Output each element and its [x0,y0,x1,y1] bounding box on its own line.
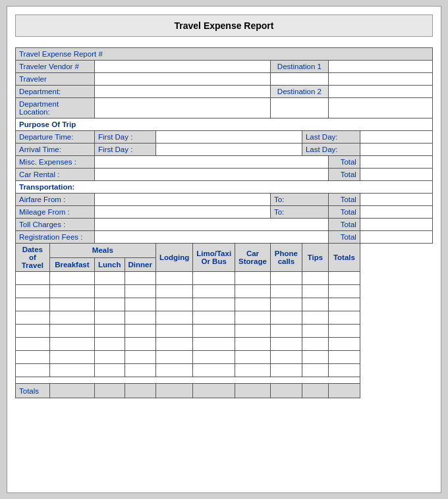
car-rental-row: Car Rental : Total [16,169,433,181]
airfare-row: Airfare From : To: Total [16,194,433,206]
purpose-row: Purpose Of Trip [16,118,433,131]
transportation-label: Transportation: [16,181,433,194]
expense-table: Travel Expense Report # Traveler Vendor … [15,47,433,398]
destination1-label: Destination 1 [270,61,328,73]
toll-row: Toll Charges : Total [16,219,433,231]
table-row [16,285,433,298]
airfare-total-value[interactable] [360,194,432,206]
destination2-extra [270,98,328,118]
lodging-header: Lodging [155,244,192,272]
car-total-label: Total [328,169,360,181]
report-num-row: Travel Expense Report # [16,48,433,61]
totals-header: Totals [328,244,360,272]
traveler-value[interactable] [95,73,271,86]
traveler-label: Traveler [16,73,95,86]
toll-total-value[interactable] [360,219,432,231]
departure-row: Departure Time: First Day : Last Day: [16,131,433,144]
lunch-header: Lunch [95,257,125,272]
misc-expenses-label: Misc. Expenses : [16,156,95,169]
department-row: Department: Destination 2 [16,86,433,98]
toll-label: Toll Charges : [16,219,95,231]
car-rental-value[interactable] [95,169,329,181]
arrival-row: Arrival Time: First Day : Last Day: [16,144,433,156]
table-row [16,364,433,377]
mileage-total-label: Total [328,206,360,219]
totals-row-label: Totals [16,384,50,398]
totals-row: Totals [16,384,433,398]
breakfast-header: Breakfast [49,257,94,272]
car-total-value[interactable] [360,169,432,181]
misc-expenses-value[interactable] [95,156,329,169]
table-row [16,351,433,364]
departure-first-day-label: First Day : [95,131,156,144]
car-rental-label: Car Rental : [16,169,95,181]
destination1-value[interactable] [328,61,432,73]
limo-header: Limo/Taxi Or Bus [193,244,235,272]
traveler-vendor-label: Traveler Vendor # [16,61,95,73]
traveler-vendor-value[interactable] [95,61,271,73]
meals-header: Meals [49,244,155,258]
destination2-value2[interactable] [328,98,432,118]
dates-travel-header: Dates of Travel [16,244,50,272]
arrival-last-day-value[interactable] [360,144,432,156]
table-row [16,325,433,338]
arrival-label: Arrival Time: [16,144,95,156]
table-row [16,298,433,311]
misc-expenses-row: Misc. Expenses : Total [16,156,433,169]
column-headers-row: Dates of Travel Meals Lodging Limo/Taxi … [16,244,433,258]
table-row [16,311,433,325]
mileage-total-value[interactable] [360,206,432,219]
tips-header: Tips [302,244,328,272]
department-label: Department: [16,86,95,98]
toll-total-label: Total [328,219,360,231]
registration-value[interactable] [95,231,329,244]
department-value[interactable] [95,86,271,98]
destination2-label: Destination 2 [270,86,328,98]
departure-first-day-value[interactable] [155,131,302,144]
misc-total-label: Total [328,156,360,169]
mileage-row: Mileage From : To: Total [16,206,433,219]
departure-label: Departure Time: [16,131,95,144]
report-title: Travel Expense Report [15,14,433,37]
airfare-total-label: Total [328,194,360,206]
registration-label: Registration Fees : [16,231,95,244]
reg-total-label: Total [328,231,360,244]
departure-last-day-value[interactable] [360,131,432,144]
airfare-label: Airfare From : [16,194,95,206]
dinner-header: Dinner [125,257,155,272]
mileage-to-label: To: [270,206,328,219]
airfare-from-value[interactable] [95,194,271,206]
departure-last-day-label: Last Day: [302,131,360,144]
table-row [16,338,433,351]
transportation-row: Transportation: [16,181,433,194]
registration-row: Registration Fees : Total [16,231,433,244]
destination1-value2[interactable] [328,73,432,86]
dept-location-row: Department Location: [16,98,433,118]
phone-calls-header: Phone calls [270,244,302,272]
dept-location-value[interactable] [95,98,271,118]
dept-location-label: Department Location: [16,98,95,118]
airfare-to-label: To: [270,194,328,206]
toll-value[interactable] [95,219,329,231]
spacer-row [16,377,433,384]
report-num-label: Travel Expense Report # [16,48,433,61]
page: Travel Expense Report Travel Expense Rep… [7,6,441,493]
mileage-from-value[interactable] [95,206,271,219]
arrival-last-day-label: Last Day: [302,144,360,156]
destination2-value[interactable] [328,86,432,98]
arrival-first-day-label: First Day : [95,144,156,156]
car-storage-header: Car Storage [235,244,271,272]
mileage-label: Mileage From : [16,206,95,219]
purpose-label: Purpose Of Trip [16,118,433,131]
traveler-vendor-row: Traveler Vendor # Destination 1 [16,61,433,73]
misc-total-value[interactable] [360,156,432,169]
reg-total-value[interactable] [360,231,432,244]
arrival-first-day-value[interactable] [155,144,302,156]
traveler-row: Traveler [16,73,433,86]
destination1-extra [270,73,328,86]
table-row [16,272,433,285]
